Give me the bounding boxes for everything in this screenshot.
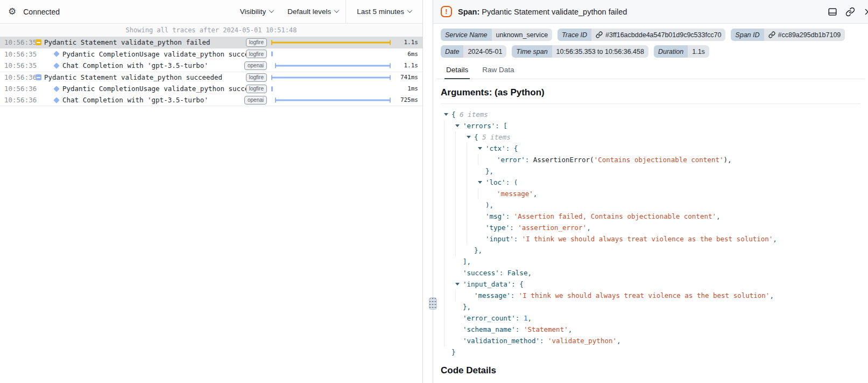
meta-pill-value: 1.1s (688, 45, 709, 58)
trace-row[interactable]: 10:56:36Pydantic CompletionUsage validat… (0, 83, 422, 95)
json-line: 'message': 'I think we should always tre… (444, 290, 860, 301)
trace-row[interactable]: 10:56:35Chat Completion with 'gpt-3.5-tu… (0, 60, 422, 72)
json-token: 'input_data' (463, 280, 511, 288)
json-line: 'validation_method': 'validate_python', (444, 335, 860, 346)
meta-pill-value[interactable]: #cc89a295db1b7109 (764, 29, 845, 41)
trace-row[interactable]: 10:56:35Pydantic CompletionUsage validat… (0, 48, 422, 60)
scope-badge: openai (244, 96, 267, 105)
collapse-chevron-icon[interactable] (478, 181, 485, 184)
duration-bar (271, 52, 273, 57)
trace-panel: ⚙ Connected Visibility Default levels La… (0, 0, 423, 383)
indent-guide (444, 335, 455, 346)
meta-pill: Date2024-05-01 (441, 45, 506, 58)
meta-pill-label: Date (441, 45, 463, 58)
link-icon[interactable] (845, 7, 855, 17)
json-token: ), (723, 156, 731, 164)
arguments-heading: Arguments: (as Python) (441, 87, 860, 98)
json-token: , (716, 212, 721, 220)
trace-title: Pydantic CompletionUsage validate_python… (62, 50, 246, 58)
json-line: 'errors': [ (444, 120, 860, 131)
time-range-dropdown[interactable]: Last 5 minutes (345, 0, 422, 23)
trace-title: Pydantic CompletionUsage validate_python… (62, 85, 246, 93)
json-line: 'input': 'I think we should always treat… (444, 233, 860, 245)
indent-guide (444, 267, 455, 278)
close-icon[interactable] (863, 7, 868, 17)
span-detail-header: ! Span: Pydantic Statement validate_pyth… (433, 0, 868, 24)
collapse-toggle-icon[interactable] (32, 39, 44, 45)
indent-guide (455, 131, 467, 143)
collapse-toggle-icon[interactable] (32, 74, 44, 80)
scope-badge: logfire (246, 73, 267, 82)
tab-details[interactable]: Details (441, 62, 474, 79)
settings-gear-icon[interactable]: ⚙ (8, 7, 16, 16)
json-token: : { (506, 144, 518, 152)
span-header-actions (828, 7, 868, 17)
indent-guide (455, 211, 467, 222)
duration-bar (271, 86, 273, 91)
indent-guide (467, 199, 478, 211)
indent-guide (444, 154, 455, 165)
indent-guide (467, 222, 478, 233)
collapse-chevron-icon[interactable] (467, 136, 474, 138)
indent-guide (444, 165, 455, 177)
json-token: , (770, 291, 774, 300)
meta-pill-value[interactable]: #3ff16acbdde4a547b01d9c9c533fcc70 (591, 29, 725, 41)
duration-label: 741ms (394, 74, 422, 81)
trace-row[interactable]: 10:56:36Pydantic Statement validate_pyth… (0, 72, 422, 83)
trace-title: Pydantic Statement validate_python faile… (44, 38, 246, 46)
json-token: , (587, 224, 591, 232)
collapse-chevron-icon[interactable] (455, 283, 463, 285)
json-line: 'message', (444, 188, 860, 199)
indent-guide (455, 177, 467, 188)
span-meta: Service Nameunknown_serviceTrace ID#3ff1… (433, 24, 868, 59)
json-token: : ( (506, 178, 518, 186)
collapse-chevron-icon[interactable] (444, 113, 451, 116)
json-token: 'schema_name' (463, 325, 516, 333)
json-line: }, (444, 165, 860, 177)
json-token: }, (463, 303, 471, 311)
indent-guide (444, 188, 455, 199)
trace-row[interactable]: 10:56:35Pydantic Statement validate_pyth… (0, 37, 422, 48)
error-level-icon: ! (441, 6, 452, 17)
json-token: 6 items (460, 110, 488, 119)
collapse-chevron-icon[interactable] (478, 147, 485, 150)
json-token: : (525, 156, 533, 164)
json-token: : [ (495, 122, 507, 130)
trace-timestamp: 10:56:36 (0, 73, 32, 81)
trace-title: Pydantic Statement validate_python succe… (44, 73, 246, 81)
span-detail-panel: ! Span: Pydantic Statement validate_pyth… (433, 0, 868, 383)
chevron-down-icon (269, 8, 274, 13)
json-line: 'input_data': { (444, 278, 860, 290)
panel-resize-handle[interactable] (429, 297, 437, 310)
json-line: { 5 items (444, 131, 860, 143)
span-diamond-icon (51, 64, 62, 68)
json-line: 'error_count': 1, (444, 312, 860, 324)
panel-bottom-icon[interactable] (828, 7, 837, 17)
visibility-dropdown[interactable]: Visibility (233, 0, 281, 23)
json-token: 'errors' (463, 122, 495, 130)
indent-guide (444, 324, 455, 335)
duration-bar (271, 40, 391, 45)
indent-guide (467, 143, 478, 154)
span-title: Span: Pydantic Statement validate_python… (458, 8, 627, 16)
scope-badge: logfire (246, 38, 267, 47)
trace-row[interactable]: 10:56:36Chat Completion with 'gpt-3.5-tu… (0, 95, 422, 107)
json-token: }, (485, 167, 493, 175)
indent-guide (455, 188, 467, 199)
indent-guide (478, 188, 489, 199)
indent-guide (455, 245, 467, 256)
json-token: 'Statement' (524, 325, 568, 333)
json-line: ), (444, 199, 860, 211)
trace-timestamp: 10:56:36 (0, 96, 32, 104)
default-levels-dropdown[interactable]: Default levels (280, 0, 345, 23)
collapse-chevron-icon[interactable] (455, 124, 463, 127)
json-token: }, (474, 246, 482, 254)
span-diamond-icon (51, 87, 62, 91)
trace-title: Chat Completion with 'gpt-3.5-turbo' (62, 61, 244, 69)
showing-traces-banner: Showing all traces after 2024-05-01 10:5… (0, 24, 422, 37)
json-line: 'success': False, (444, 267, 860, 278)
duration-label: 725ms (394, 96, 422, 103)
tab-raw-data[interactable]: Raw Data (477, 62, 519, 79)
json-token: 'assertion_error' (518, 224, 587, 232)
meta-pill-label: Duration (654, 45, 688, 58)
